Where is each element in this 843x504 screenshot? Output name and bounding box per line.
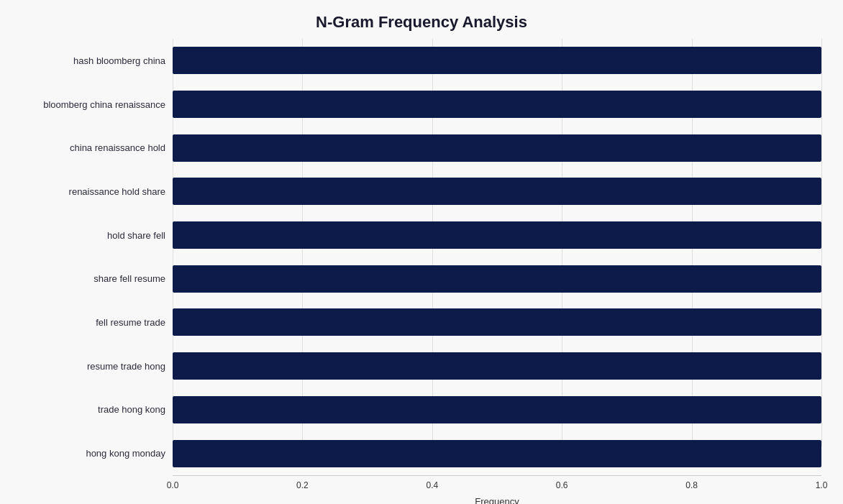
x-tick: 0.0 xyxy=(167,480,179,490)
chart-container: N-Gram Frequency Analysis hash bloomberg… xyxy=(0,0,843,504)
x-tick: 0.8 xyxy=(685,480,698,490)
y-label: trade hong kong xyxy=(98,391,165,429)
y-label: bloomberg china renaissance xyxy=(43,86,165,123)
bar xyxy=(173,352,821,380)
bar xyxy=(173,265,821,293)
bar xyxy=(173,396,821,423)
y-label: renaissance hold share xyxy=(69,173,165,210)
x-tick: 0.6 xyxy=(556,480,568,490)
y-label: hong kong monday xyxy=(86,435,165,472)
bar-row xyxy=(173,129,821,167)
y-label: hash bloomberg china xyxy=(73,42,165,79)
bar xyxy=(173,91,821,118)
x-axis: Frequency 0.00.20.40.60.81.0 xyxy=(173,475,821,504)
y-label: hold share fell xyxy=(107,216,165,254)
bars-section: Frequency 0.00.20.40.60.81.0 xyxy=(173,39,821,504)
bar xyxy=(173,308,821,336)
bar xyxy=(173,134,821,162)
x-axis-label: Frequency xyxy=(475,496,519,504)
y-label: share fell resume xyxy=(94,260,165,298)
x-tick: 0.4 xyxy=(426,480,438,490)
y-label: fell resume trade xyxy=(96,303,165,341)
bar xyxy=(173,178,821,205)
bar xyxy=(173,440,821,467)
bar xyxy=(173,47,821,74)
bar-row xyxy=(173,42,821,79)
bar-row xyxy=(173,303,821,341)
bar xyxy=(173,221,821,249)
bar-row xyxy=(173,435,821,472)
bar-row xyxy=(173,216,821,254)
x-tick: 1.0 xyxy=(816,480,828,490)
grid-line xyxy=(821,39,822,446)
bar-row xyxy=(173,173,821,210)
bar-row xyxy=(173,347,821,385)
bar-row xyxy=(173,86,821,123)
chart-title: N-Gram Frequency Analysis xyxy=(316,13,527,32)
chart-area: hash bloomberg chinabloomberg china rena… xyxy=(0,39,843,504)
y-axis-labels: hash bloomberg chinabloomberg china rena… xyxy=(7,39,173,504)
x-tick: 0.2 xyxy=(296,480,309,490)
bars-wrapper xyxy=(173,39,821,475)
bar-row xyxy=(173,260,821,298)
y-label: resume trade hong xyxy=(87,347,165,385)
y-label: china renaissance hold xyxy=(70,129,165,167)
bar-row xyxy=(173,391,821,429)
